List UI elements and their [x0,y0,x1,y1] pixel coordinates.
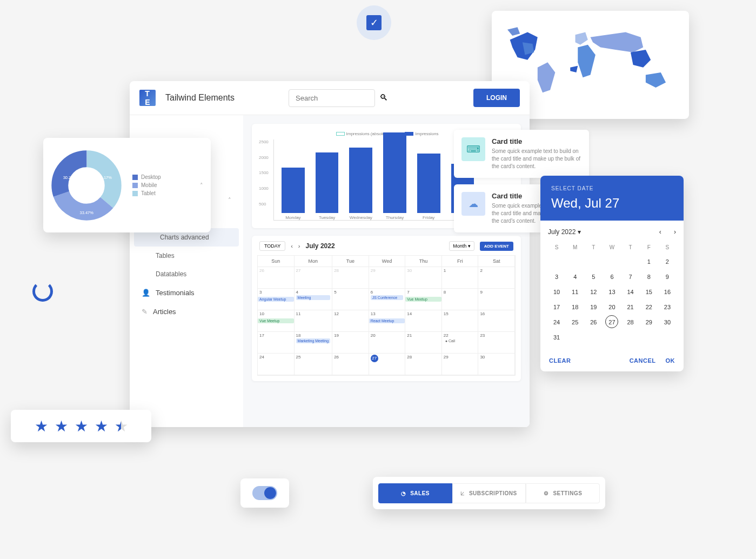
calendar-cell[interactable]: 29 [369,267,406,289]
calendar-cell[interactable]: 3Angular Meetup [258,289,295,310]
datepicker-day[interactable]: 30 [659,315,676,329]
calendar-cell[interactable]: 9 [478,289,515,310]
datepicker-day[interactable]: 22 [640,300,658,314]
calendar-cell[interactable]: 28 [332,267,369,289]
calendar-cell[interactable]: 30 [478,354,515,375]
rating-card[interactable]: ★ ★ ★ ★ ★ ★ [11,410,151,442]
card-title: Card title [492,137,581,145]
datepicker-day[interactable]: 31 [548,330,565,344]
calendar-cell[interactable]: 27 [295,267,333,289]
cal-prev-icon[interactable]: ‹ [291,243,293,249]
chevron-up-icon[interactable]: ˄ [200,182,203,189]
datepicker-grid[interactable]: SMTWTFS123456789101112131415161718192021… [548,241,676,344]
calendar-cell[interactable]: 27 [369,354,406,375]
datepicker-day[interactable]: 9 [659,270,676,284]
calendar-grid[interactable]: SunMonTueWedThuFriSat2627282930123Angula… [257,255,516,376]
sidebar-item-articles[interactable]: ✎Articles [130,302,243,321]
calendar-cell[interactable]: 17 [258,332,295,354]
sidebar-item-tables[interactable]: Tables [130,247,243,265]
datepicker-day[interactable]: 25 [566,315,584,329]
add-event-button[interactable]: ADD EVENT [480,242,513,251]
calendar-cell[interactable]: 18Marketing Meeting [295,332,333,354]
calendar-cell[interactable]: 25 [295,354,333,375]
calendar-cell[interactable]: 20 [369,332,406,354]
calendar-cell[interactable]: 6JS Conference [369,289,406,310]
cancel-button[interactable]: CANCEL [630,357,656,364]
tab-subscriptions[interactable]: ⟀SUBSCRIPTIONS [452,483,526,503]
calendar-cell[interactable]: 1 [442,267,479,289]
datepicker-day[interactable]: 26 [585,315,602,329]
calendar-cell[interactable]: 4Meeting [295,289,333,310]
datepicker-day[interactable]: 24 [548,315,565,329]
login-button[interactable]: LOGIN [473,89,520,107]
calendar-cell[interactable]: 26 [258,267,295,289]
datepicker-day[interactable]: 8 [640,270,658,284]
datepicker-day[interactable]: 27 [605,315,618,328]
sidebar-item-testimonials[interactable]: 👤Testimonials [130,283,243,302]
ok-button[interactable]: OK [666,357,675,364]
calendar-cell[interactable]: 16 [478,310,515,332]
chart-icon: ⟀ [461,490,465,496]
calendar-cell[interactable]: 26 [332,354,369,375]
datepicker-day[interactable]: 19 [585,300,602,314]
datepicker-day[interactable]: 11 [566,285,584,299]
datepicker-day[interactable]: 1 [640,255,658,269]
datepicker-day[interactable]: 23 [659,300,676,314]
chart-bar [282,168,305,213]
datepicker-day[interactable]: 15 [640,285,658,299]
cal-next-icon[interactable]: › [298,243,300,249]
datepicker-day[interactable]: 4 [566,270,584,284]
search-input[interactable] [289,89,375,107]
dp-prev-icon[interactable]: ‹ [659,228,661,236]
datepicker-day[interactable]: 29 [640,315,658,329]
view-select[interactable]: Month ▾ [449,241,474,251]
datepicker-day[interactable]: 18 [566,300,584,314]
calendar-cell[interactable]: 22● Call [442,332,479,354]
calendar-cell[interactable]: 24 [258,354,295,375]
calendar-cell[interactable]: 8 [442,289,479,310]
calendar-cell[interactable]: 13React Meetup [369,310,406,332]
calendar-cell[interactable]: 21 [405,332,442,354]
info-card-1[interactable]: ⌨ Card title Some quick example text to … [454,130,589,178]
datepicker-month[interactable]: July 2022 ▾ [548,228,581,236]
datepicker-day[interactable]: 5 [585,270,602,284]
calendar-cell[interactable]: 15 [442,310,479,332]
checkbox-icon[interactable]: ✓ [366,15,382,30]
datepicker-day[interactable]: 10 [548,285,565,299]
svg-text:30.28%: 30.28% [63,175,77,179]
clear-button[interactable]: CLEAR [549,357,571,364]
datepicker-day[interactable]: 28 [622,315,639,329]
chart-bar [349,148,372,213]
datepicker-day[interactable]: 16 [659,285,676,299]
calendar-cell[interactable]: 23 [478,332,515,354]
datepicker-day[interactable]: 14 [622,285,639,299]
calendar-cell[interactable]: 12 [332,310,369,332]
datepicker-day[interactable]: 6 [603,270,620,284]
datepicker-day[interactable]: 13 [603,285,620,299]
calendar-cell[interactable]: 14 [405,310,442,332]
datepicker-day[interactable]: 20 [603,300,620,314]
today-button[interactable]: TODAY [259,241,285,251]
tab-settings[interactable]: ⚙SETTINGS [526,483,600,503]
dp-next-icon[interactable]: › [674,228,676,236]
datepicker-day[interactable]: 12 [585,285,602,299]
toggle-switch[interactable] [252,486,277,500]
calendar-cell[interactable]: 28 [405,354,442,375]
sidebar-item-datatables[interactable]: Datatables [130,265,243,283]
search-icon[interactable]: 🔍︎ [379,93,388,103]
calendar-cell[interactable]: 5 [332,289,369,310]
datepicker-label: SELECT DATE [551,185,673,191]
calendar-cell[interactable]: 2 [478,267,515,289]
datepicker-day[interactable]: 7 [622,270,639,284]
calendar-cell[interactable]: 11 [295,310,333,332]
calendar-cell[interactable]: 10Vue Meetup [258,310,295,332]
datepicker-day[interactable]: 21 [622,300,639,314]
datepicker-day[interactable]: 2 [659,255,676,269]
calendar-cell[interactable]: 19 [332,332,369,354]
datepicker-day[interactable]: 3 [548,270,565,284]
tab-sales[interactable]: ◔SALES [378,483,452,503]
calendar-cell[interactable]: 7Vue Meetup [405,289,442,310]
datepicker-day[interactable]: 17 [548,300,565,314]
calendar-cell[interactable]: 29 [442,354,479,375]
calendar-cell[interactable]: 30 [405,267,442,289]
